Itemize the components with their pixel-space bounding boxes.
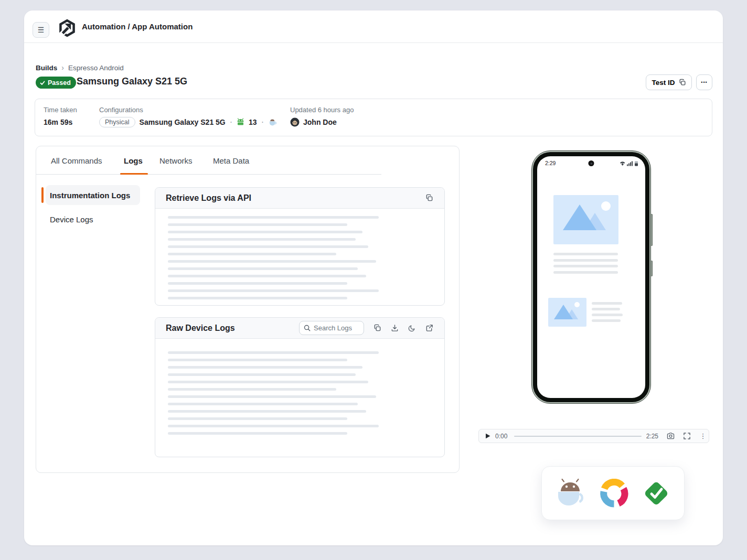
camera-icon — [667, 433, 675, 439]
seek-bar[interactable] — [514, 436, 641, 437]
skeleton-line — [168, 231, 362, 233]
status-bar-icons — [620, 160, 639, 166]
dot-separator: · — [230, 117, 232, 127]
skeleton-line — [553, 271, 618, 274]
skeleton-line — [168, 417, 347, 420]
skeleton-line — [168, 289, 379, 292]
raw-logs-panel-header: Raw Device Logs — [155, 318, 444, 339]
skeleton-line — [168, 351, 379, 354]
sidebar-item-label: Device Logs — [50, 215, 93, 224]
api-logs-skeleton — [155, 209, 444, 299]
image-placeholder-large — [553, 195, 618, 244]
raw-logs-panel-title: Raw Device Logs — [166, 324, 235, 333]
skeleton-line — [553, 265, 618, 267]
skeleton-line — [168, 223, 347, 226]
skeleton-line — [168, 245, 368, 248]
search-logs-box[interactable] — [299, 321, 364, 335]
logs-main-panel: All Commands Logs Networks Meta Data Ins… — [36, 146, 460, 473]
verified-check-logo — [642, 479, 671, 508]
device-mockup: 2:29 — [531, 150, 651, 404]
current-time: 0:00 — [495, 433, 507, 440]
player-menu-button[interactable]: ⋮ — [697, 430, 709, 442]
open-external-button[interactable] — [423, 322, 435, 334]
dot-separator: · — [261, 117, 264, 127]
download-logs-button[interactable] — [389, 322, 400, 334]
time-taken-column: Time taken 16m 59s — [44, 106, 77, 126]
skeleton-line — [553, 253, 618, 255]
copy-icon — [374, 324, 381, 332]
skeleton-line — [168, 238, 356, 241]
dark-mode-toggle-button[interactable] — [406, 322, 418, 334]
page-title: Automation / App Automation — [82, 22, 193, 31]
image-placeholder-small — [548, 298, 586, 327]
device-screen[interactable]: 2:29 — [537, 156, 645, 398]
skeleton-line — [592, 319, 621, 322]
raw-logs-skeleton — [155, 339, 444, 435]
avatar — [290, 117, 300, 127]
phone-frame: 2:29 — [531, 150, 651, 404]
fullscreen-icon — [684, 433, 690, 439]
tab-all-commands[interactable]: All Commands — [51, 156, 102, 165]
session-summary: Time taken 16m 59s Configurations Physic… — [35, 99, 712, 136]
copy-icon — [425, 194, 433, 202]
espresso-logo — [555, 478, 585, 509]
skeleton-line — [168, 297, 347, 299]
skeleton-line — [168, 425, 379, 427]
fullscreen-button[interactable] — [681, 430, 692, 442]
external-link-icon — [425, 324, 433, 332]
hamburger-icon: ☰ — [38, 26, 45, 34]
copy-logs-button[interactable] — [423, 192, 435, 204]
brand-logo-icon[interactable] — [58, 19, 77, 38]
play-icon — [485, 433, 490, 439]
search-logs-input[interactable] — [314, 324, 359, 332]
breadcrumb-builds-link[interactable]: Builds — [36, 64, 57, 72]
moon-icon — [408, 325, 415, 332]
device-type-badge: Physical — [99, 117, 135, 127]
android-icon — [237, 118, 244, 126]
copy-raw-logs-button[interactable] — [371, 322, 383, 334]
page-background: ☰ Automation / App Automation Builds › E… — [0, 0, 747, 560]
battery-icon — [635, 161, 638, 166]
skeleton-line — [592, 314, 623, 316]
test-id-label: Test ID — [652, 79, 675, 87]
sidebar-item-instrumentation-logs[interactable]: Instrumentation Logs — [46, 185, 140, 205]
screenshot-button[interactable] — [665, 430, 676, 442]
menu-button[interactable]: ☰ — [33, 22, 49, 38]
skeleton-line — [168, 410, 366, 413]
more-options-button[interactable]: ••• — [696, 74, 712, 90]
chevron-right-icon: › — [61, 63, 64, 72]
time-taken-label: Time taken — [44, 106, 77, 114]
appium-logo — [599, 479, 628, 508]
selected-item-accent-bar — [41, 187, 44, 203]
os-version: 13 — [249, 118, 257, 126]
skeleton-line — [553, 259, 618, 262]
breadcrumb-current: Espresso Android — [68, 64, 124, 72]
tabstrip-divider — [36, 174, 381, 175]
play-button[interactable] — [485, 433, 490, 439]
sun-icon — [574, 302, 580, 307]
skeleton-line — [592, 308, 620, 310]
ellipsis-icon: ••• — [701, 80, 707, 85]
skeleton-line — [168, 253, 336, 255]
skeleton-line — [168, 267, 358, 270]
api-logs-panel: Retrieve Logs via API — [155, 187, 445, 306]
skeleton-line — [168, 260, 376, 263]
sidebar-item-device-logs[interactable]: Device Logs — [50, 215, 93, 224]
tab-logs[interactable]: Logs — [124, 156, 143, 165]
skeleton-line — [168, 359, 347, 361]
app-header: ☰ Automation / App Automation — [24, 10, 723, 43]
skeleton-line — [168, 381, 368, 383]
screen-text-skeleton — [553, 253, 618, 277]
time-taken-value: 16m 59s — [44, 118, 77, 126]
check-icon — [40, 80, 45, 85]
configurations-column: Configurations Physical Samsung Galaxy S… — [99, 106, 277, 127]
skeleton-line — [168, 282, 347, 285]
tab-meta-data[interactable]: Meta Data — [213, 156, 249, 165]
test-id-button[interactable]: Test ID — [646, 74, 692, 90]
sun-icon — [601, 201, 611, 211]
video-player: 0:00 2:25 ⋮ — [478, 429, 709, 443]
device-name: Samsung Galaxy S21 5G — [140, 118, 226, 126]
tab-networks[interactable]: Networks — [159, 156, 193, 165]
skeleton-line — [168, 373, 356, 376]
active-tab-underline — [120, 173, 148, 175]
